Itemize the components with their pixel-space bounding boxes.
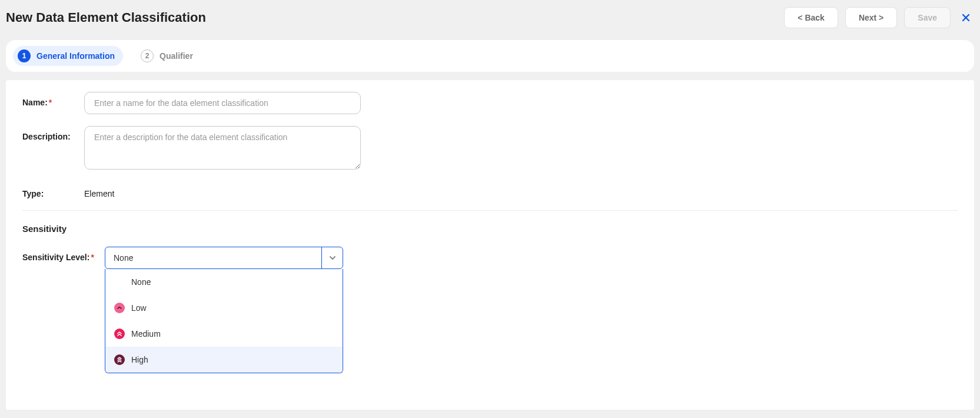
description-label-col: Description: xyxy=(22,126,84,141)
sensitivity-level-input-col: None None xyxy=(105,247,343,269)
sensitivity-level-dropdown: None Low xyxy=(105,269,343,373)
page-title: New Data Element Classification xyxy=(6,10,206,25)
header-bar: New Data Element Classification < Back N… xyxy=(0,0,980,35)
type-value: Element xyxy=(84,183,114,198)
required-star-icon: * xyxy=(91,253,94,262)
sensitivity-none-icon xyxy=(114,276,125,288)
step-qualifier[interactable]: 2 Qualifier xyxy=(136,46,201,66)
step-number-2: 2 xyxy=(141,49,154,62)
form-row-sensitivity-level: Sensitivity Level:* None None xyxy=(22,247,958,269)
sensitivity-level-select-box[interactable]: None xyxy=(105,247,343,269)
name-input-col xyxy=(84,92,361,114)
steps-container: 1 General Information 2 Qualifier xyxy=(6,40,974,72)
form-row-type: Type: Element xyxy=(22,183,958,198)
sensitivity-level-label: Sensitivity Level: xyxy=(22,253,89,262)
sensitivity-heading: Sensitivity xyxy=(22,224,958,234)
sensitivity-level-label-col: Sensitivity Level:* xyxy=(22,247,105,262)
divider xyxy=(22,210,958,211)
sensitivity-low-icon xyxy=(114,302,125,314)
back-button[interactable]: < Back xyxy=(784,7,838,28)
required-star-icon: * xyxy=(49,98,52,107)
close-icon[interactable] xyxy=(958,9,974,26)
sensitivity-option-label: None xyxy=(131,277,151,287)
save-button: Save xyxy=(904,7,951,28)
chevron-down-icon[interactable] xyxy=(321,247,343,268)
next-button[interactable]: Next > xyxy=(845,7,897,28)
step-general-information[interactable]: 1 General Information xyxy=(13,46,123,66)
sensitivity-level-selected-value[interactable]: None xyxy=(105,247,321,268)
sensitivity-option-high[interactable]: High xyxy=(105,347,343,373)
step-label-1: General Information xyxy=(36,51,115,61)
sensitivity-medium-icon xyxy=(114,328,125,340)
step-label-2: Qualifier xyxy=(160,51,193,61)
sensitivity-option-low[interactable]: Low xyxy=(105,295,343,321)
type-label-col: Type: xyxy=(22,183,84,198)
step-number-1: 1 xyxy=(18,49,31,62)
name-input[interactable] xyxy=(84,92,361,114)
description-label: Description: xyxy=(22,132,71,141)
header-actions: < Back Next > Save xyxy=(784,7,974,28)
name-label: Name: xyxy=(22,98,48,107)
sensitivity-option-medium[interactable]: Medium xyxy=(105,321,343,347)
name-label-col: Name:* xyxy=(22,92,84,107)
description-input-col xyxy=(84,126,361,171)
form-row-name: Name:* xyxy=(22,92,958,114)
sensitivity-option-label: High xyxy=(131,355,148,364)
main-panel: Name:* Description: Type: Element Sensit… xyxy=(6,80,974,410)
sensitivity-option-none[interactable]: None xyxy=(105,269,343,295)
description-input[interactable] xyxy=(84,126,361,170)
sensitivity-high-icon xyxy=(114,354,125,366)
type-label: Type: xyxy=(22,189,44,198)
sensitivity-option-label: Medium xyxy=(131,329,161,339)
form-row-description: Description: xyxy=(22,126,958,171)
sensitivity-level-select: None None xyxy=(105,247,343,269)
sensitivity-option-label: Low xyxy=(131,303,147,313)
